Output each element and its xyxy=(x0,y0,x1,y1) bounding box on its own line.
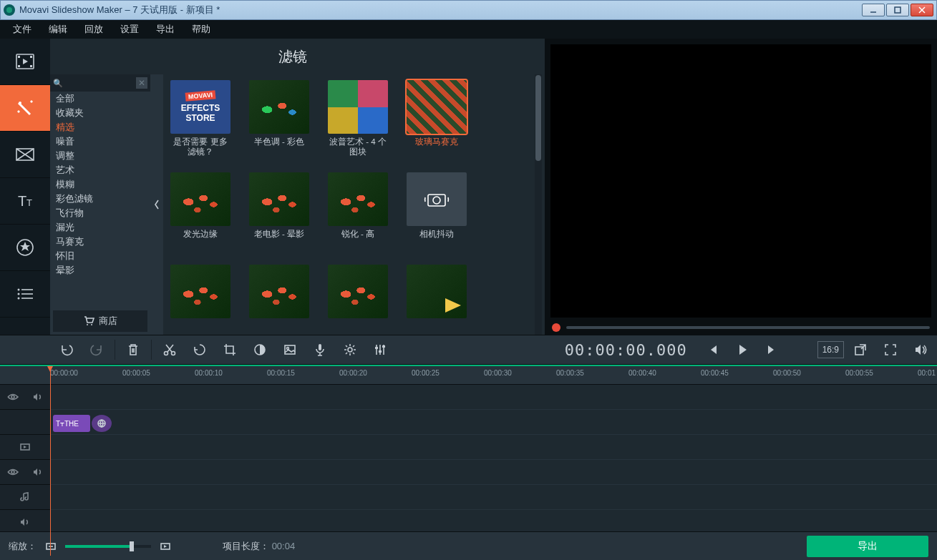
cat-blur[interactable]: 模糊 xyxy=(50,177,150,192)
crop-button[interactable] xyxy=(215,337,244,363)
settings-button[interactable] xyxy=(336,337,364,363)
menu-settings[interactable]: 设置 xyxy=(113,20,146,39)
preview-video[interactable] xyxy=(550,44,931,318)
thumb-image xyxy=(328,80,388,134)
cat-featured[interactable]: 精选 xyxy=(50,120,150,134)
maximize-button[interactable] xyxy=(886,4,909,16)
equalizer-button[interactable] xyxy=(366,337,394,363)
globe-icon xyxy=(97,418,107,428)
filter-thumb-3[interactable]: 玻璃马赛克 xyxy=(407,80,467,157)
filter-thumb-9[interactable] xyxy=(249,265,309,335)
filter-thumb-7[interactable]: 相机抖动 xyxy=(407,172,467,249)
search-box[interactable]: 🔍 ✕ xyxy=(50,74,150,92)
collapse-sidebar-button[interactable] xyxy=(150,74,163,335)
cut-button[interactable] xyxy=(155,337,184,363)
color-adjust-button[interactable] xyxy=(246,337,274,363)
title-clip-icon: Tᴛ xyxy=(56,419,64,428)
svg-point-24 xyxy=(433,197,440,204)
track-header-1[interactable] xyxy=(0,385,50,410)
image-button[interactable] xyxy=(276,337,304,363)
titles-tab[interactable]: TT xyxy=(0,178,50,225)
timeline-clip-fx[interactable] xyxy=(92,415,112,432)
window-titlebar: Movavi Slideshow Maker – 7 天试用版 - 新项目 * xyxy=(0,0,937,20)
thumb-image xyxy=(249,265,309,318)
cat-retro[interactable]: 怀旧 xyxy=(50,249,150,263)
svg-point-17 xyxy=(18,293,20,295)
fullscreen-button[interactable] xyxy=(876,337,905,363)
seek-bar[interactable] xyxy=(545,320,937,335)
menu-playback[interactable]: 回放 xyxy=(77,20,110,39)
next-frame-button[interactable] xyxy=(758,337,787,363)
cat-art[interactable]: 艺术 xyxy=(50,163,150,177)
filters-tab[interactable] xyxy=(0,85,50,132)
thumb-label: 发光边缘 xyxy=(183,229,218,249)
aspect-ratio-button[interactable]: 16:9 xyxy=(817,341,844,358)
filter-thumb-0[interactable]: MOVAVIEFFECTSSTORE是否需要 更多滤镜？ xyxy=(170,80,230,157)
thumb-image xyxy=(249,172,309,226)
track-header-4[interactable] xyxy=(0,460,50,485)
gallery-scrollbar[interactable] xyxy=(535,74,542,335)
cat-flying[interactable]: 飞行物 xyxy=(50,206,150,220)
playhead[interactable] xyxy=(50,366,51,556)
thumb-image xyxy=(407,80,467,134)
cat-all[interactable]: 全部 xyxy=(50,92,150,106)
cat-color[interactable]: 彩色滤镜 xyxy=(50,192,150,206)
menu-edit[interactable]: 编辑 xyxy=(42,20,74,39)
close-button[interactable] xyxy=(911,4,933,16)
filter-thumb-11[interactable] xyxy=(407,265,467,335)
ruler-tick: 00:00:40 xyxy=(628,369,656,377)
menu-file[interactable]: 文件 xyxy=(6,20,39,39)
thumb-label: 锐化 - 高 xyxy=(341,229,374,249)
track-header-5[interactable] xyxy=(0,485,50,510)
track-header-3[interactable] xyxy=(0,435,50,460)
rotate-button[interactable] xyxy=(185,337,214,363)
seek-track[interactable] xyxy=(566,326,930,329)
filter-thumb-4[interactable]: 发光边缘 xyxy=(170,172,230,249)
search-clear-button[interactable]: ✕ xyxy=(136,77,147,89)
zoom-slider[interactable] xyxy=(65,545,151,548)
more-tab[interactable] xyxy=(0,271,50,318)
timeline-ruler[interactable]: 00:00:0000:00:0500:00:1000:00:1500:00:20… xyxy=(0,366,937,385)
cat-noise[interactable]: 噪音 xyxy=(50,134,150,149)
ruler-tick: 00:00:05 xyxy=(122,369,150,377)
cat-favorites[interactable]: 收藏夹 xyxy=(50,106,150,120)
filter-thumb-8[interactable] xyxy=(170,265,230,335)
microphone-button[interactable] xyxy=(306,337,334,363)
timeline-clip-title[interactable]: Tᴛ THE xyxy=(53,415,90,432)
filter-thumb-2[interactable]: 波普艺术 - 4 个图块 xyxy=(328,80,388,157)
stickers-tab[interactable] xyxy=(0,225,50,271)
minimize-button[interactable] xyxy=(862,4,885,16)
volume-button[interactable] xyxy=(906,337,935,363)
filter-thumb-5[interactable]: 老电影 - 晕影 xyxy=(249,172,309,249)
delete-button[interactable] xyxy=(119,337,147,363)
left-tabs: TT xyxy=(0,39,50,335)
cat-lightleak[interactable]: 漏光 xyxy=(50,220,150,235)
svg-rect-7 xyxy=(18,65,20,67)
cat-adjust[interactable]: 调整 xyxy=(50,149,150,163)
media-tab[interactable] xyxy=(0,39,50,85)
zoom-fit-button[interactable] xyxy=(44,539,58,554)
store-button[interactable]: 商店 xyxy=(53,310,147,332)
seek-handle[interactable] xyxy=(552,323,560,332)
export-button[interactable]: 导出 xyxy=(807,536,928,557)
prev-frame-button[interactable] xyxy=(698,337,727,363)
track-header-2[interactable] xyxy=(0,410,50,435)
filter-thumb-1[interactable]: 半色调 - 彩色 xyxy=(249,80,309,157)
svg-text:T: T xyxy=(26,197,32,208)
cat-vignette[interactable]: 晕影 xyxy=(50,263,150,277)
redo-button[interactable] xyxy=(82,337,111,363)
detach-preview-button[interactable] xyxy=(846,337,875,363)
menu-help[interactable]: 帮助 xyxy=(185,20,218,39)
undo-button[interactable] xyxy=(52,337,81,363)
filter-thumb-6[interactable]: 锐化 - 高 xyxy=(328,172,388,249)
cat-mosaic[interactable]: 马赛克 xyxy=(50,235,150,249)
menu-export[interactable]: 导出 xyxy=(149,20,182,39)
filter-thumb-10[interactable] xyxy=(328,265,388,335)
play-button[interactable] xyxy=(728,337,757,363)
zoom-preview-button[interactable] xyxy=(158,539,173,554)
cart-icon xyxy=(83,315,94,327)
svg-point-38 xyxy=(11,471,14,473)
timecode-display: 00:00:00.000 xyxy=(565,341,687,359)
transitions-tab[interactable] xyxy=(0,132,50,178)
track-area[interactable]: Tᴛ THE xyxy=(50,385,937,535)
